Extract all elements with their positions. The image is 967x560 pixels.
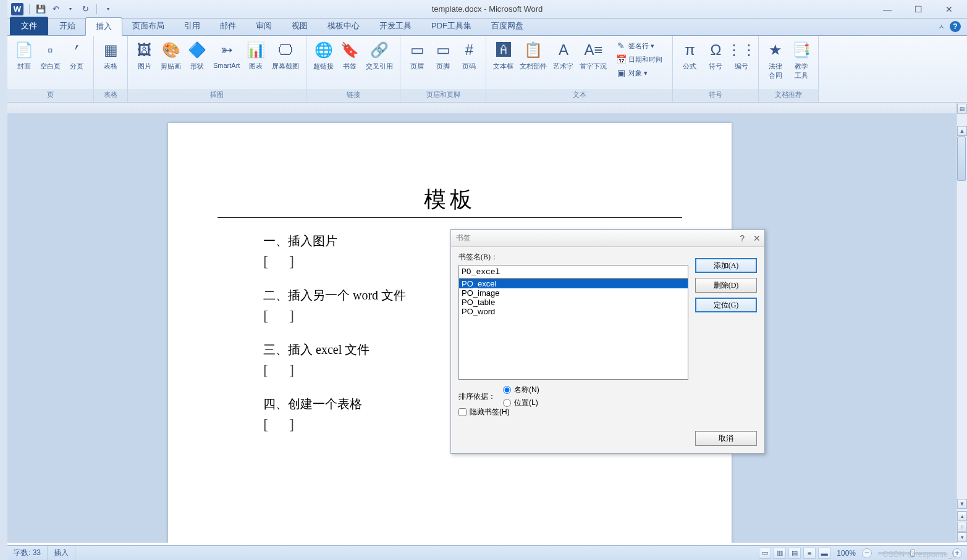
next-page-icon[interactable]: ▾ [957, 532, 967, 542]
ribbon-group-符号: π公式Ω符号⋮⋮编号符号 [673, 36, 759, 102]
ribbon-group-label: 页眉和页脚 [400, 89, 486, 102]
equation-button[interactable]: π公式 [677, 38, 703, 73]
sort-option-0[interactable]: 名称(N) [503, 385, 539, 395]
smartart-button[interactable]: ➳SmartArt [210, 38, 243, 71]
tab-审阅[interactable]: 审阅 [246, 17, 282, 35]
scroll-up-icon[interactable]: ▲ [957, 126, 967, 136]
close-button[interactable]: ✕ [934, 1, 965, 17]
dialog-titlebar[interactable]: 书签 ? ✕ [451, 230, 764, 247]
crossref-icon: 🔗 [369, 40, 389, 60]
ribbon-minimize-icon[interactable]: ㅅ [938, 22, 945, 31]
undo-dropdown-icon[interactable]: ▾ [65, 4, 76, 15]
law-contract-button[interactable]: ★法律 合同 [762, 38, 788, 82]
delete-button[interactable]: 删除(D) [695, 278, 757, 293]
zoom-slider[interactable] [878, 552, 946, 554]
teach-tool-button[interactable]: 📑教学 工具 [788, 38, 814, 82]
bookmark-list-item[interactable]: PO_excel [459, 279, 688, 288]
tab-开发工具[interactable]: 开发工具 [369, 17, 421, 35]
help-icon[interactable]: ? [950, 21, 961, 32]
cover-page-button[interactable]: 📄封面 [11, 38, 37, 73]
sort-radio-0[interactable] [503, 386, 511, 394]
clipart-button[interactable]: 🎨剪贴画 [158, 38, 184, 73]
scroll-thumb[interactable] [957, 136, 966, 181]
view-draft-icon[interactable]: ▬ [818, 548, 830, 559]
hide-bookmarks-checkbox[interactable] [458, 408, 467, 416]
clipart-icon: 🎨 [161, 40, 181, 60]
footer-button[interactable]: ▭页脚 [430, 38, 456, 73]
datetime-button[interactable]: 📅日期和时间 [612, 53, 666, 65]
table-button[interactable]: ▦表格 [98, 38, 124, 73]
zoom-level[interactable]: 100% [837, 549, 856, 558]
hyperlink-button[interactable]: 🌐超链接 [310, 38, 337, 73]
bookmark-list-item[interactable]: PO_table [459, 298, 688, 307]
view-web-icon[interactable]: ▤ [788, 548, 801, 559]
tab-file[interactable]: 文件 [10, 17, 48, 35]
bookmark-list-item[interactable]: PO_word [459, 307, 688, 316]
dialog-close-icon[interactable]: ✕ [753, 233, 761, 243]
ribbon: 📄封面▫空白页⎖分页页▦表格表格🖼图片🎨剪贴画🔷形状➳SmartArt📊图表🖵屏… [7, 36, 967, 102]
tab-百度网盘[interactable]: 百度网盘 [481, 17, 533, 35]
wordcount-cell[interactable]: 字数: 33 [7, 546, 48, 560]
ribbon-group-label: 页 [7, 89, 93, 102]
pagenum-button[interactable]: #页码 [456, 38, 482, 73]
doc-title-separator [217, 217, 682, 218]
wordart-button[interactable]: A艺术字 [550, 38, 576, 73]
page-break-button[interactable]: ⎖分页 [64, 38, 90, 73]
tab-插入[interactable]: 插入 [85, 17, 122, 36]
vertical-scrollbar[interactable]: ▤ ▲ ▼ ▴ ○ ▾ [956, 103, 967, 543]
shapes-button[interactable]: 🔷形状 [184, 38, 210, 73]
tab-开始[interactable]: 开始 [49, 17, 85, 35]
add-button[interactable]: 添加(A) [695, 258, 757, 273]
ribbon-group-链接: 🌐超链接🔖书签🔗交叉引用链接 [306, 36, 400, 102]
tab-模板中心[interactable]: 模板中心 [318, 17, 369, 35]
zoom-in-button[interactable]: + [952, 548, 962, 558]
browse-object-icon[interactable]: ○ [957, 522, 967, 532]
bookmark-list[interactable]: PO_excelPO_imagePO_tablePO_word [458, 278, 688, 380]
symbol-button[interactable]: Ω符号 [703, 38, 728, 73]
tab-视图[interactable]: 视图 [282, 17, 318, 35]
view-print-layout-icon[interactable]: ▭ [759, 548, 771, 559]
dialog-title: 书签 [456, 233, 471, 243]
chart-label: 图表 [249, 62, 263, 71]
sort-radio-1[interactable] [503, 399, 511, 407]
bookmark-name-input[interactable] [458, 265, 688, 278]
picture-button[interactable]: 🖼图片 [132, 38, 158, 73]
blank-page-button[interactable]: ▫空白页 [37, 38, 64, 73]
object-button[interactable]: ▣对象 ▾ [612, 67, 666, 79]
ribbon-group-页眉和页脚: ▭页眉▭页脚#页码页眉和页脚 [400, 36, 486, 102]
tab-邮件[interactable]: 邮件 [210, 17, 246, 35]
ruler[interactable] [7, 103, 956, 114]
dropcap-button[interactable]: A≡首字下沉 [576, 38, 610, 73]
bookmark-list-item[interactable]: PO_image [459, 288, 688, 298]
qat-customize-icon[interactable]: ▾ [103, 4, 114, 15]
undo-icon[interactable]: ↶ [50, 4, 61, 15]
tab-引用[interactable]: 引用 [174, 17, 210, 35]
number-button[interactable]: ⋮⋮编号 [728, 38, 754, 73]
dialog-help-icon[interactable]: ? [740, 233, 745, 243]
zoom-slider-thumb[interactable] [910, 550, 915, 557]
desktop-left-strip [0, 0, 7, 560]
crossref-button[interactable]: 🔗交叉引用 [363, 38, 396, 73]
tab-页面布局[interactable]: 页面布局 [122, 17, 174, 35]
tab-PDF工具集[interactable]: PDF工具集 [421, 17, 481, 35]
zoom-out-button[interactable]: − [862, 548, 872, 558]
insert-mode-cell[interactable]: 插入 [48, 546, 75, 560]
bookmark-button[interactable]: 🔖书签 [337, 38, 363, 73]
maximize-button[interactable]: ☐ [903, 1, 934, 17]
scroll-down-icon[interactable]: ▼ [957, 499, 967, 509]
save-icon[interactable]: 💾 [35, 4, 46, 15]
ruler-toggle-icon[interactable]: ▤ [957, 104, 967, 114]
header-button[interactable]: ▭页眉 [404, 38, 430, 73]
quickparts-button[interactable]: 📋文档部件 [517, 38, 550, 73]
sigline-button[interactable]: ✎签名行 ▾ [612, 40, 666, 52]
view-fullscreen-icon[interactable]: ▥ [774, 548, 786, 559]
redo-icon[interactable]: ↻ [80, 4, 91, 15]
chart-button[interactable]: 📊图表 [243, 38, 269, 73]
minimize-button[interactable]: — [872, 1, 903, 17]
screenshot-button[interactable]: 🖵屏幕截图 [269, 38, 302, 73]
view-outline-icon[interactable]: ≡ [803, 548, 816, 559]
prev-page-icon[interactable]: ▴ [957, 511, 967, 521]
cancel-button[interactable]: 取消 [695, 431, 757, 446]
goto-button[interactable]: 定位(G) [695, 298, 757, 312]
textbox-button[interactable]: 🅰文本框 [490, 38, 517, 73]
